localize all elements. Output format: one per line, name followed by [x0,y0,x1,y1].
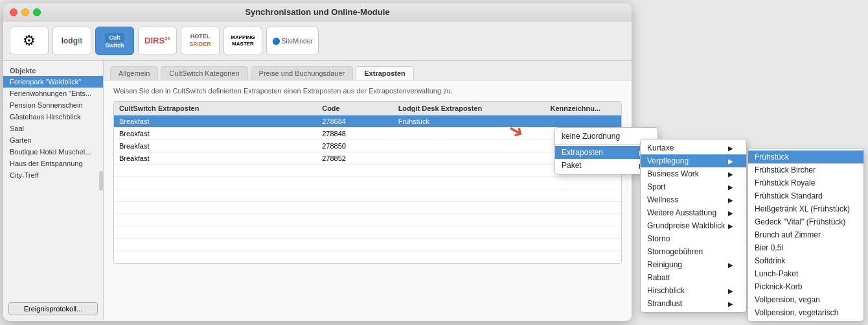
chevron-right-icon: ▶ [728,197,733,204]
table-row[interactable] [114,165,621,177]
col-header-code: Code [317,102,393,115]
main-layout: Objekte Ferienpark "Waldblick" Ferienwoh… [3,61,632,320]
sidebar-footer: Ereignisprotokoll... [3,297,103,320]
menu-item-verpflegung[interactable]: Verpflegung ▶ [641,154,746,167]
menu-item-kurtaxe[interactable]: Kurtaxe ▶ [641,141,746,154]
context-menu-level3: Frühstück Frühstück Bircher Frühstück Ro… [748,148,864,322]
content-inner: Weisen Sie den in CultSwitch definierten… [104,80,632,271]
sidebar-item-city[interactable]: City-Treff [3,169,103,181]
cultswitch-logo: Cult Switch [105,33,124,49]
menu-item-hirschblick[interactable]: Hirschblick ▶ [641,284,746,297]
ereignisprotokoll-button[interactable]: Ereignisprotokoll... [8,302,98,315]
menu-item-storno[interactable]: Storno [641,232,746,245]
dirs-logo: DIRS21 [144,36,170,45]
siteminder-button[interactable]: 🔵 SiteMinder [266,27,319,55]
menu-item-picknick-korb[interactable]: Picknick-Korb [748,280,863,293]
tab-extraposten[interactable]: Extraposten [356,66,414,80]
menu-item-sport[interactable]: Sport ▶ [641,180,746,193]
menu-item-wellness[interactable]: Wellness ▶ [641,193,746,206]
chevron-right-icon: ▶ [728,261,733,269]
menu-item-business-work[interactable]: Business Work ▶ [641,167,746,180]
cell-code: 278848 [317,128,393,140]
menu-item-bier[interactable]: Bier 0,5l [748,241,863,254]
close-button[interactable] [10,8,17,16]
cell-code: 278852 [317,152,393,165]
sidebar-item-saal[interactable]: Saal [3,123,103,134]
table-row[interactable] [114,189,621,202]
sidebar: Objekte Ferienpark "Waldblick" Ferienwoh… [3,61,104,320]
menu-item-fruehstueck[interactable]: Frühstück [748,150,863,163]
cell-kenn [545,115,621,128]
menu-item-brunch-zimmer[interactable]: Brunch auf Zimmer [748,228,863,241]
hotel-spider-logo: HOTEL SPIDER [189,33,211,48]
cell-code: 278684 [317,115,393,128]
tab-bar: Allgemein CultSwitch Kategorien Preise u… [104,61,632,80]
chevron-right-icon: ▶ [728,287,733,295]
content-area: Allgemein CultSwitch Kategorien Preise u… [104,61,632,320]
table-row[interactable] [114,226,621,239]
sidebar-item-ferienwohnungen[interactable]: Ferienwohnungen "Ents... [3,88,103,99]
menu-item-lunch-paket[interactable]: Lunch-Paket [748,267,863,280]
minimize-button[interactable] [21,8,29,16]
menu-item-vollpension-vegetarisch[interactable]: Vollpension, vegetarisch [748,306,863,319]
mapping-master-button[interactable]: MAPPING MASTER [223,27,262,55]
chevron-right-icon: ▶ [728,210,733,217]
menu-item-fruehstueck-standard[interactable]: Frühstück Standard [748,189,863,202]
cultswitch-button[interactable]: Cult Switch [95,27,134,55]
menu-item-vollpension-vegan[interactable]: Vollpension, vegan [748,293,863,306]
cell-lodgit [393,140,545,152]
menu-item-heissgetraenk[interactable]: Heißgetränk XL (Frühstück) [748,202,863,215]
table-row[interactable]: Breakfast 278850 [114,140,621,152]
menu-item-reinigung[interactable]: Reinigung ▶ [641,258,746,271]
window-title: Synchronisation und Online-Module [245,7,389,17]
sidebar-item-gaestehaus[interactable]: Gästehaus Hirschblick [3,111,103,123]
dirs-button[interactable]: DIRS21 [138,27,177,55]
table-row[interactable]: Breakfast 278684 Frühstück [114,115,621,128]
table-row[interactable] [114,177,621,189]
menu-item-fruehstueck-bircher[interactable]: Frühstück Bircher [748,163,863,176]
table-row[interactable] [114,214,621,226]
tab-allgemein[interactable]: Allgemein [110,66,158,80]
gear-icon: ⚙ [23,32,36,49]
gear-button[interactable]: ⚙ [10,27,49,55]
cell-name: Breakfast [114,115,317,128]
sidebar-section-label: Objekte [3,64,103,76]
table-row[interactable] [114,239,621,251]
cell-name: Breakfast [114,152,317,165]
table-row[interactable]: Breakfast 278848 [114,128,621,140]
chevron-right-icon: ▶ [728,171,733,178]
tab-cultswitch-kategorien[interactable]: CultSwitch Kategorien [161,66,247,80]
zoom-button[interactable] [33,8,41,16]
sidebar-resize-handle[interactable] [99,171,103,191]
chevron-right-icon: ▶ [728,158,733,165]
lodgit-logo: lodgit [62,36,83,45]
menu-item-fruehstueck-royale[interactable]: Frühstück Royale [748,176,863,189]
titlebar: Synchronisation und Online-Module [3,3,632,21]
table-row[interactable] [114,202,621,214]
chevron-right-icon: ▶ [728,300,733,307]
menu-item-strandlust[interactable]: Strandlust ▶ [641,297,746,310]
col-header-kenn: Kennzeichnu... [545,102,621,115]
tab-preise[interactable]: Preise und Buchungsdauer [251,66,354,80]
lodgit-button[interactable]: lodgit [52,27,91,55]
cell-name: Breakfast [114,128,317,140]
sidebar-item-haus[interactable]: Haus der Entspannung [3,158,103,169]
col-header-cultswitch: CultSwitch Extraposten [114,102,317,115]
col-header-lodgit: Lodgit Desk Extraposten [393,102,545,115]
menu-item-weitere-ausstattung[interactable]: Weitere Ausstattung ▶ [641,206,746,219]
sidebar-item-garten[interactable]: Garten [3,134,103,146]
sidebar-item-boutique[interactable]: Boutique Hotel Muschel... [3,146,103,158]
table-row[interactable]: Breakfast 278852 [114,152,621,165]
menu-item-rabatt[interactable]: Rabatt [641,271,746,284]
menu-item-grundpreise[interactable]: Grundpreise Waldblick ▶ [641,219,746,232]
sidebar-item-pension[interactable]: Pension Sonnenschein [3,99,103,111]
table-row[interactable] [114,251,621,263]
cell-name: Breakfast [114,140,317,152]
menu-item-softdrink[interactable]: Softdrink [748,254,863,267]
hotel-spider-button[interactable]: HOTEL SPIDER [181,27,220,55]
sidebar-item-ferienpark[interactable]: Ferienpark "Waldblick" [3,76,103,88]
menu-item-stornogebuehren[interactable]: Stornogebühren [641,245,746,258]
menu-item-gedeck[interactable]: Gedeck "Vital" (Frühstück) [748,215,863,228]
siteminder-logo: 🔵 SiteMinder [272,38,313,45]
cell-lodgit [393,152,545,165]
